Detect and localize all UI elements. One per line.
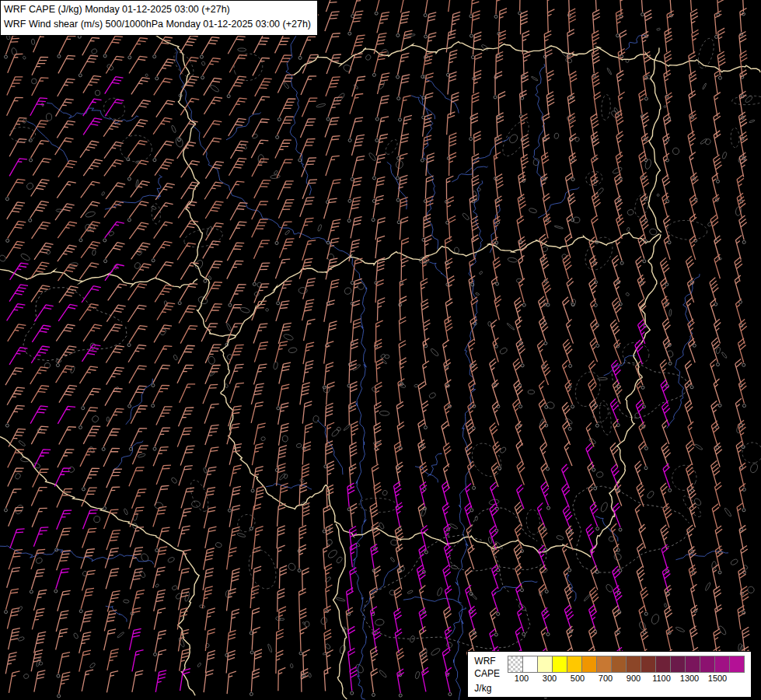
legend-color-cell <box>581 656 597 673</box>
legend-color-cell <box>567 656 582 673</box>
legend-color-cell <box>611 656 627 673</box>
legend-color-cell <box>508 656 523 673</box>
legend-color-cell <box>641 656 656 673</box>
legend-color-cell <box>552 656 567 673</box>
legend-model-label: WRF <box>474 656 500 668</box>
legend-labels: WRF CAPE J/kg <box>474 656 500 695</box>
legend-color-cell <box>714 656 730 673</box>
map-title-windshear: WRF Wind shear (m/s) 500/1000hPa Monday … <box>4 17 311 32</box>
legend-color-cell <box>729 656 745 673</box>
legend-color-cell <box>670 656 686 673</box>
legend-tick: 300 <box>543 674 557 683</box>
legend-color-cell <box>537 656 553 673</box>
legend-tick: 1100 <box>652 674 671 683</box>
legend-color-cell <box>522 656 538 673</box>
legend-tick: 500 <box>571 674 585 683</box>
legend-parameter-label: CAPE <box>474 668 500 681</box>
legend-color-cell <box>685 656 700 673</box>
legend-colorbar-wrap: 100300500700900110013001500 <box>508 656 745 684</box>
legend-tick: 700 <box>599 674 613 683</box>
legend-color-cell <box>655 656 671 673</box>
legend-colorbar <box>508 656 745 673</box>
weather-map-viewport: WRF CAPE (J/kg) Monday 01-12-2025 03:00 … <box>0 0 761 700</box>
legend-color-cell <box>626 656 641 673</box>
map-title-box: WRF CAPE (J/kg) Monday 01-12-2025 03:00 … <box>0 0 318 36</box>
cape-legend: WRF CAPE J/kg 10030050070090011001300150… <box>467 651 752 698</box>
legend-color-cell <box>700 656 715 673</box>
legend-units-label: J/kg <box>474 683 500 695</box>
legend-tick-labels: 100300500700900110013001500 <box>508 673 745 684</box>
legend-tick: 100 <box>515 674 529 683</box>
map-canvas <box>0 0 761 700</box>
legend-tick: 900 <box>627 674 641 683</box>
map-title-cape: WRF CAPE (J/kg) Monday 01-12-2025 03:00 … <box>4 2 311 17</box>
legend-color-cell <box>596 656 612 673</box>
legend-tick: 1500 <box>708 674 727 683</box>
legend-tick: 1300 <box>680 674 699 683</box>
